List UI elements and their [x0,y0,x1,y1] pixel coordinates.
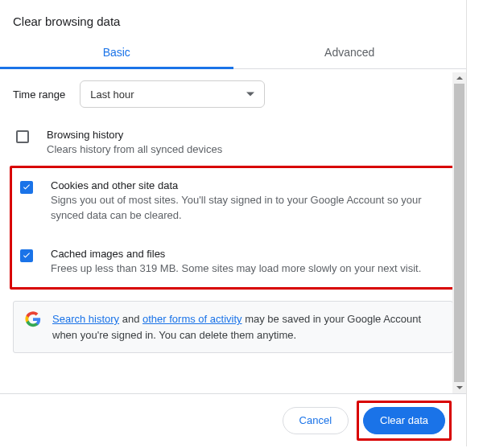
link-search-history[interactable]: Search history [52,313,119,325]
highlight-group: Cookies and other site data Signs you ou… [10,166,456,290]
dialog-title: Clear browsing data [0,0,466,38]
dialog-body: Time range Last hour Browsing history Cl… [0,69,466,381]
time-range-value: Last hour [90,88,134,101]
option-desc: Signs you out of most sites. You'll stay… [51,193,446,224]
google-account-info: Search history and other forms of activi… [13,301,453,353]
option-title: Cached images and files [51,248,421,260]
scroll-up-arrow-icon[interactable] [452,72,466,84]
chevron-down-icon [246,92,254,97]
vertical-scrollbar[interactable] [452,72,466,393]
dialog-footer: Cancel Clear data [0,393,466,446]
option-desc: Frees up less than 319 MB. Some sites ma… [51,261,421,277]
option-cache: Cached images and files Frees up less th… [17,243,449,282]
link-other-activity[interactable]: other forms of activity [142,313,242,325]
tab-basic[interactable]: Basic [0,38,233,68]
option-title: Browsing history [47,129,222,141]
option-cookies: Cookies and other site data Signs you ou… [17,175,449,228]
info-text: Search history and other forms of activi… [52,311,441,343]
highlight-clear-button: Clear data [357,401,452,441]
clear-data-button[interactable]: Clear data [363,407,445,434]
checkbox-cache[interactable] [20,249,33,262]
tab-bar: Basic Advanced [0,38,466,69]
time-range-label: Time range [13,88,65,101]
scroll-down-arrow-icon[interactable] [452,382,466,393]
tab-advanced[interactable]: Advanced [233,38,467,68]
option-title: Cookies and other site data [51,179,446,191]
time-range-select[interactable]: Last hour [80,80,265,108]
time-range-row: Time range Last hour [13,80,453,108]
scrollbar-thumb[interactable] [454,84,464,382]
checkbox-cookies[interactable] [20,181,33,194]
clear-browsing-data-dialog: Clear browsing data Basic Advanced Time … [0,0,467,446]
cancel-button[interactable]: Cancel [283,407,349,434]
option-browsing-history: Browsing history Clears history from all… [13,124,453,162]
checkbox-browsing-history[interactable] [16,130,29,143]
google-logo-icon [25,311,41,327]
option-desc: Clears history from all synced devices [47,142,222,158]
